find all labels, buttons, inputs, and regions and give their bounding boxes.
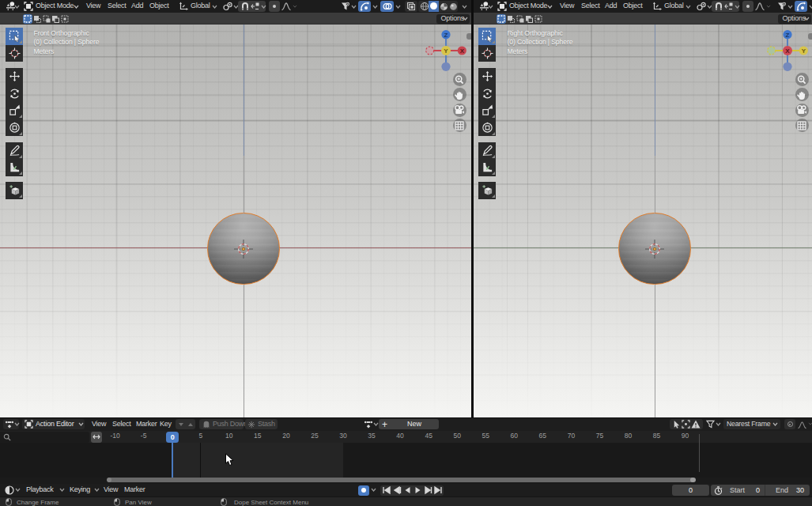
svg-text:Z: Z [786,32,790,39]
svg-text:Z: Z [444,32,448,39]
svg-text:X: X [786,47,791,55]
svg-text:X: X [459,47,464,55]
svg-text:Y: Y [444,47,448,55]
svg-text:Y: Y [802,47,806,55]
